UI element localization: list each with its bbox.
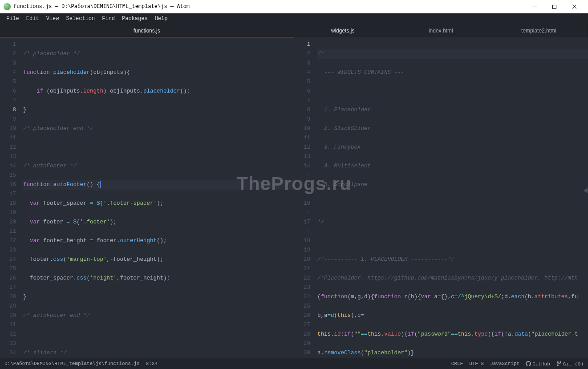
status-cursor[interactable]: 8:24: [146, 361, 158, 366]
editor-left[interactable]: 1234567891011121314151617181920212223242…: [0, 37, 294, 358]
maximize-button[interactable]: [544, 0, 564, 13]
menu-file[interactable]: File: [3, 16, 23, 22]
fold-indicator-icon[interactable]: [584, 188, 588, 193]
status-bar: D:\Работа\DEMING\HTML_template\js\functi…: [0, 358, 588, 369]
status-path[interactable]: D:\Работа\DEMING\HTML_template\js\functi…: [4, 361, 140, 366]
code-left[interactable]: /* placeholder */ function placeholder(o…: [20, 37, 294, 358]
tab-bar: functions.js widgets.js index.html templ…: [0, 24, 588, 37]
status-encoding[interactable]: UTF-8: [469, 361, 484, 366]
tab-widgets-js[interactable]: widgets.js: [294, 24, 392, 37]
window-title: functions.js — D:\Работа\DEMING\HTML_tem…: [13, 4, 524, 10]
close-button[interactable]: [564, 0, 584, 13]
status-language[interactable]: JavaScript: [490, 361, 519, 366]
status-git[interactable]: Git (0): [556, 361, 584, 367]
cursor: [100, 181, 101, 188]
github-icon: [526, 361, 531, 366]
git-branch-icon: [556, 361, 562, 366]
menu-view[interactable]: View: [43, 16, 63, 22]
gutter-right: 1234567891011121314···16·17·181920212223…: [294, 37, 314, 358]
editor-right[interactable]: 1234567891011121314···16·17·181920212223…: [294, 37, 588, 358]
tab-template2-html[interactable]: template2.html: [490, 24, 588, 37]
minimize-button[interactable]: [524, 0, 544, 13]
editor-area: 1234567891011121314151617181920212223242…: [0, 37, 588, 358]
tab-index-html[interactable]: index.html: [392, 24, 490, 37]
tab-functions-js[interactable]: functions.js: [0, 24, 294, 37]
window-controls: [524, 0, 584, 13]
atom-icon: [4, 3, 11, 10]
code-right[interactable]: /* --- WIDGETS CONTAINS --- 1. Placehold…: [314, 37, 588, 358]
menu-bar: File Edit View Selection Find Packages H…: [0, 13, 588, 24]
status-crlf[interactable]: CRLF: [451, 361, 463, 366]
title-bar: functions.js — D:\Работа\DEMING\HTML_tem…: [0, 0, 588, 13]
status-github[interactable]: GitHub: [526, 361, 550, 367]
menu-help[interactable]: Help: [151, 16, 171, 22]
menu-edit[interactable]: Edit: [23, 16, 43, 22]
menu-find[interactable]: Find: [98, 16, 118, 22]
menu-packages[interactable]: Packages: [118, 16, 151, 22]
gutter-left: 1234567891011121314151617181920212223242…: [0, 37, 20, 358]
menu-selection[interactable]: Selection: [62, 16, 98, 22]
